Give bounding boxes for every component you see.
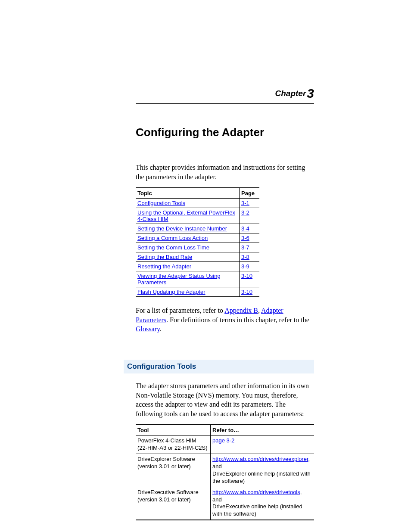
tool-detail: (version 3.01 or later) bbox=[137, 463, 191, 470]
header-page: Page bbox=[240, 188, 260, 199]
topic-link[interactable]: Using the Optional, External PowerFlex 4… bbox=[137, 209, 235, 222]
text: . bbox=[160, 325, 162, 333]
page-link[interactable]: 3-2 bbox=[241, 209, 249, 216]
table-row: DriveExplorer Software (version 3.01 or … bbox=[136, 454, 314, 487]
table-header-row: Tool Refer to… bbox=[136, 425, 314, 436]
header-refer: Refer to… bbox=[211, 425, 314, 436]
refer-cell: http://www.ab.com/drives/drivetools, and… bbox=[211, 487, 314, 520]
topic-link[interactable]: Resetting the Adapter bbox=[137, 263, 191, 270]
topic-link[interactable]: Viewing the Adapter Status Using Paramet… bbox=[137, 273, 221, 286]
tool-name: DriveExecutive Software bbox=[137, 489, 199, 495]
table-row: Setting a Comm Loss Action3-6 bbox=[136, 233, 259, 243]
table-row: Setting the Comm Loss Time3-7 bbox=[136, 243, 259, 252]
page-link[interactable]: 3-7 bbox=[241, 244, 249, 251]
references-paragraph: For a list of parameters, refer to Appen… bbox=[136, 306, 314, 334]
page-link[interactable]: 3-9 bbox=[241, 263, 249, 270]
refer-detail: DriveExplorer online help (installed wit… bbox=[212, 470, 311, 484]
tool-cell: PowerFlex 4-Class HIM (22-HIM-A3 or 22-H… bbox=[136, 436, 211, 454]
topics-table: Topic Page Configuration Tools3-1 Using … bbox=[136, 187, 259, 297]
page-link[interactable]: 3-4 bbox=[241, 225, 249, 232]
page-link[interactable]: 3-1 bbox=[241, 200, 249, 206]
page: Chapter3 Configuring the Adapter This ch… bbox=[0, 0, 411, 532]
table-row: Setting the Baud Rate3-8 bbox=[136, 252, 259, 262]
table-row: Viewing the Adapter Status Using Paramet… bbox=[136, 271, 259, 287]
chapter-label: Chapter bbox=[275, 89, 306, 98]
table-row: DriveExecutive Software (version 3.01 or… bbox=[136, 487, 314, 520]
topic-link[interactable]: Setting the Device Instance Number bbox=[137, 225, 227, 232]
tool-name: PowerFlex 4-Class HIM bbox=[137, 437, 196, 444]
page-title: Configuring the Adapter bbox=[136, 126, 314, 139]
text: For a list of parameters, refer to bbox=[136, 307, 224, 314]
text: . For definitions of terms in this chapt… bbox=[166, 316, 309, 324]
chapter-header: Chapter3 bbox=[136, 86, 314, 104]
section-paragraph: The adapter stores parameters and other … bbox=[136, 381, 314, 418]
topic-link[interactable]: Setting the Comm Loss Time bbox=[137, 244, 209, 251]
chapter-number: 3 bbox=[307, 86, 314, 100]
topic-link[interactable]: Configuration Tools bbox=[137, 200, 185, 206]
topic-link[interactable]: Setting the Baud Rate bbox=[137, 254, 192, 260]
tool-cell: DriveExplorer Software (version 3.01 or … bbox=[136, 454, 211, 487]
refer-cell: page 3-2 bbox=[211, 436, 314, 454]
tool-detail: (version 3.01 or later) bbox=[137, 496, 191, 503]
page-link[interactable]: 3-6 bbox=[241, 235, 249, 241]
table-header-row: Topic Page bbox=[136, 188, 259, 199]
refer-detail: DriveExecutive online help (installed wi… bbox=[212, 503, 302, 517]
appendix-b-link[interactable]: Appendix B bbox=[224, 307, 258, 314]
drivetools-link[interactable]: http://www.ab.com/drives/drivetools bbox=[212, 489, 300, 495]
topic-link[interactable]: Setting a Comm Loss Action bbox=[137, 235, 208, 241]
section-heading-configuration-tools: Configuration Tools bbox=[124, 360, 314, 373]
glossary-link[interactable]: Glossary bbox=[136, 325, 160, 333]
intro-paragraph: This chapter provides information and in… bbox=[136, 163, 314, 181]
page-link[interactable]: 3-10 bbox=[241, 289, 252, 295]
table-row: Using the Optional, External PowerFlex 4… bbox=[136, 208, 259, 224]
table-row: Configuration Tools3-1 bbox=[136, 199, 259, 208]
text: , bbox=[258, 307, 261, 314]
table-row: Setting the Device Instance Number3-4 bbox=[136, 224, 259, 233]
tool-cell: DriveExecutive Software (version 3.01 or… bbox=[136, 487, 211, 520]
page-ref-link[interactable]: page 3-2 bbox=[212, 437, 234, 444]
tool-detail: (22-HIM-A3 or 22-HIM-C2S) bbox=[137, 445, 208, 451]
header-tool: Tool bbox=[136, 425, 211, 436]
page-link[interactable]: 3-10 bbox=[241, 273, 252, 279]
refer-cell: http://www.ab.com/drives/driveexplorer, … bbox=[211, 454, 314, 487]
header-topic: Topic bbox=[136, 188, 240, 199]
table-row: Flash Updating the Adapter3-10 bbox=[136, 287, 259, 297]
topic-link[interactable]: Flash Updating the Adapter bbox=[137, 289, 206, 295]
table-row: PowerFlex 4-Class HIM (22-HIM-A3 or 22-H… bbox=[136, 436, 314, 454]
table-row: Resetting the Adapter3-9 bbox=[136, 262, 259, 271]
page-link[interactable]: 3-8 bbox=[241, 254, 249, 260]
tool-name: DriveExplorer Software bbox=[137, 456, 195, 462]
driveexplorer-link[interactable]: http://www.ab.com/drives/driveexplorer bbox=[212, 456, 308, 462]
tools-table: Tool Refer to… PowerFlex 4-Class HIM (22… bbox=[136, 424, 314, 520]
